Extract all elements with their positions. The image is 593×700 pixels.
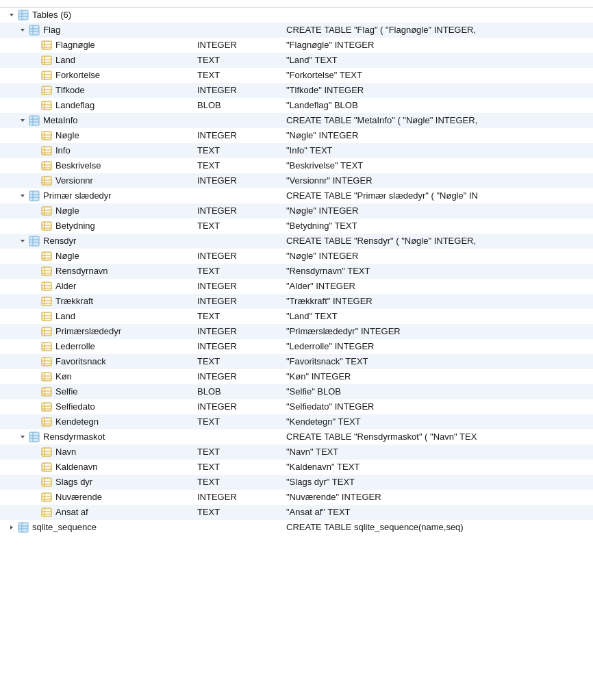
schema-cell: "Ansat af" TEXT <box>281 505 593 520</box>
name-cell[interactable]: MetaInfo <box>0 113 192 128</box>
name-cell: Nuværende <box>0 490 192 505</box>
svg-rect-60 <box>42 222 51 230</box>
schema-cell: "Nøgle" INTEGER <box>281 203 593 218</box>
schema-cell: "Lederrolle" INTEGER <box>281 339 593 354</box>
table-row: PrimærslædedyrINTEGER"Primærslædedyr" IN… <box>0 324 593 339</box>
name-cell: Tlfkode <box>0 83 192 98</box>
row-label: Selfie <box>55 386 78 397</box>
table-row[interactable]: RensdyrmaskotCREATE TABLE "Rensdyrmaskot… <box>0 429 593 445</box>
svg-rect-134 <box>42 493 51 501</box>
table-row[interactable]: Tables (6) <box>0 8 593 23</box>
type-cell: TEXT <box>192 414 281 429</box>
schema-cell: "Trækkraft" INTEGER <box>281 294 593 309</box>
row-label: Lederrolle <box>55 341 95 351</box>
schema-cell: "Tlfkode" INTEGER <box>281 83 593 98</box>
type-cell: BLOB <box>192 98 281 113</box>
name-cell: Køn <box>0 369 192 384</box>
svg-rect-10 <box>42 41 51 49</box>
name-cell: Rensdyrnavn <box>0 264 192 279</box>
svg-rect-26 <box>42 101 51 110</box>
schema-cell: CREATE TABLE "Rensdyr" ( "Nøgle" INTEGER… <box>281 234 593 249</box>
name-cell: Land <box>0 53 192 68</box>
row-label: Landeflag <box>55 100 94 110</box>
type-cell: INTEGER <box>192 399 281 414</box>
schema-cell: "Beskrivelse" TEXT <box>281 158 593 173</box>
table-row: FlagnøgleINTEGER"Flagnøgle" INTEGER <box>0 38 593 53</box>
svg-marker-30 <box>21 119 25 122</box>
schema-cell: "Favoritsnack" TEXT <box>281 354 593 369</box>
type-cell: TEXT <box>192 505 281 520</box>
schema-cell: "Selfiedato" INTEGER <box>281 399 593 414</box>
row-label: Selfiedato <box>55 401 95 412</box>
svg-marker-142 <box>10 525 13 529</box>
svg-rect-81 <box>42 297 51 305</box>
schema-cell: "Navn" TEXT <box>281 445 593 460</box>
name-cell: Favoritsnack <box>0 354 192 369</box>
name-cell[interactable]: Primær slædedyr <box>0 188 192 203</box>
table-row: SelfieBLOB"Selfie" BLOB <box>0 384 593 399</box>
schema-cell: "Flagnøgle" INTEGER <box>281 38 593 53</box>
row-label: Køn <box>55 371 72 382</box>
name-cell[interactable]: Tables (6) <box>0 8 192 23</box>
name-cell[interactable]: Rensdyr <box>0 234 192 249</box>
type-cell: INTEGER <box>192 490 281 505</box>
schema-cell: "Nøgle" INTEGER <box>281 249 593 264</box>
table-row: SelfiedatoINTEGER"Selfiedato" INTEGER <box>0 399 593 414</box>
name-cell[interactable]: sqlite_sequence <box>0 520 192 535</box>
schema-cell: "Slags dyr" TEXT <box>281 475 593 490</box>
table-row: LandTEXT"Land" TEXT <box>0 309 593 324</box>
table-row: RensdyrnavnTEXT"Rensdyrnavn" TEXT <box>0 264 593 279</box>
row-label: Tables (6) <box>32 10 71 20</box>
svg-marker-5 <box>21 29 25 32</box>
name-cell: Versionnr <box>0 173 192 188</box>
svg-rect-65 <box>29 236 39 246</box>
schema-cell: "Nøgle" INTEGER <box>281 128 593 143</box>
row-label: Trækkraft <box>55 296 93 306</box>
type-cell: INTEGER <box>192 294 281 309</box>
svg-rect-43 <box>42 162 51 170</box>
table-row: Slags dyrTEXT"Slags dyr" TEXT <box>0 475 593 490</box>
svg-rect-113 <box>42 418 51 426</box>
name-cell: Kaldenavn <box>0 460 192 475</box>
schema-cell: CREATE TABLE sqlite_sequence(name,seq) <box>281 520 593 535</box>
svg-rect-22 <box>42 86 51 95</box>
table-row[interactable]: FlagCREATE TABLE "Flag" ( "Flagnøgle" IN… <box>0 23 593 38</box>
row-label: Forkortelse <box>55 70 100 80</box>
name-cell: Forkortelse <box>0 68 192 83</box>
schema-cell: "Kendetegn" TEXT <box>281 414 593 429</box>
svg-rect-31 <box>29 116 39 125</box>
table-row[interactable]: Primær slædedyrCREATE TABLE "Primær slæd… <box>0 188 593 203</box>
row-label: Kendetegn <box>55 416 99 427</box>
name-cell[interactable]: Rensdyrmaskot <box>0 429 192 445</box>
type-cell <box>192 113 281 128</box>
table-row: NøgleINTEGER"Nøgle" INTEGER <box>0 249 593 264</box>
schema-cell: CREATE TABLE "Flag" ( "Flagnøgle" INTEGE… <box>281 23 593 38</box>
table-row[interactable]: MetaInfoCREATE TABLE "MetaInfo" ( "Nøgle… <box>0 113 593 128</box>
name-cell: Alder <box>0 279 192 294</box>
type-cell <box>192 429 281 445</box>
name-cell[interactable]: Flag <box>0 23 192 38</box>
table-row: KaldenavnTEXT"Kaldenavn" TEXT <box>0 460 593 475</box>
row-label: Primærslædedyr <box>55 326 121 336</box>
name-cell: Land <box>0 309 192 324</box>
type-cell: INTEGER <box>192 339 281 354</box>
row-label: Nøgle <box>55 205 79 216</box>
table-row[interactable]: RensdyrCREATE TABLE "Rensdyr" ( "Nøgle" … <box>0 234 593 249</box>
row-label: Betydning <box>55 221 95 231</box>
schema-cell: "Kaldenavn" TEXT <box>281 460 593 475</box>
table-row[interactable]: sqlite_sequenceCREATE TABLE sqlite_seque… <box>0 520 593 535</box>
table-row: VersionnrINTEGER"Versionnr" INTEGER <box>0 173 593 188</box>
row-label: Favoritsnack <box>55 356 106 366</box>
name-cell: Trækkraft <box>0 294 192 309</box>
row-label: Land <box>55 55 75 65</box>
name-cell: Nøgle <box>0 128 192 143</box>
type-cell: TEXT <box>192 460 281 475</box>
schema-cell: CREATE TABLE "Rensdyrmaskot" ( "Navn" TE… <box>281 429 593 445</box>
svg-rect-47 <box>42 177 51 185</box>
schema-cell: "Betydning" TEXT <box>281 218 593 234</box>
row-label: Flagnøgle <box>55 40 95 50</box>
header-schema <box>281 0 593 8</box>
type-cell: TEXT <box>192 445 281 460</box>
schema-cell: "Selfie" BLOB <box>281 384 593 399</box>
schema-cell: "Land" TEXT <box>281 309 593 324</box>
